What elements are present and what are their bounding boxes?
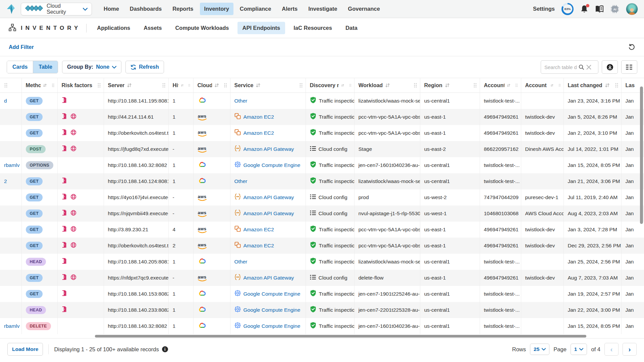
table-view-button[interactable]: Table <box>33 61 58 73</box>
drag-grip-icon[interactable] <box>4 83 8 88</box>
next-page-button[interactable]: › <box>623 343 637 356</box>
sort-icon[interactable] <box>214 83 219 88</box>
endpoint-link-cell[interactable] <box>0 270 21 286</box>
column-header-workload[interactable]: Workload <box>354 78 420 93</box>
user-avatar[interactable] <box>626 3 638 15</box>
nav-item-dashboards[interactable]: Dashboards <box>125 3 166 15</box>
drag-grip-icon[interactable] <box>349 83 352 88</box>
nav-item-governance[interactable]: Governance <box>343 3 384 15</box>
service-link[interactable]: Other <box>234 98 248 104</box>
column-header-hits[interactable]: Hits <box>168 78 193 93</box>
endpoint-link-cell[interactable] <box>0 125 21 141</box>
nav-item-alerts[interactable]: Alerts <box>277 3 302 15</box>
tab-assets[interactable]: Assets <box>139 22 167 34</box>
endpoint-link-cell[interactable]: d <box>0 93 21 109</box>
endpoint-link-cell[interactable] <box>0 222 21 238</box>
sort-icon[interactable] <box>181 83 184 88</box>
rows-per-page-select[interactable]: 25 <box>530 344 549 355</box>
tab-data[interactable]: Data <box>340 22 363 34</box>
info-icon[interactable]: i <box>162 346 168 352</box>
service-link[interactable]: Amazon EC2 <box>244 114 274 120</box>
nav-item-home[interactable]: Home <box>99 3 123 15</box>
column-header-risk-factors[interactable]: Risk factors <box>57 78 104 93</box>
drag-grip-icon[interactable] <box>224 83 227 88</box>
column-header-row-handle[interactable] <box>0 78 21 93</box>
tab-applications[interactable]: Applications <box>92 22 135 34</box>
service-link[interactable]: Google Compute Engine <box>244 291 301 297</box>
add-filter-button[interactable]: Add Filter <box>9 44 34 50</box>
notification-bell-icon[interactable] <box>580 5 588 13</box>
endpoint-link-cell[interactable] <box>0 254 21 270</box>
sort-icon[interactable] <box>507 83 511 88</box>
vertical-scrollbar-thumb[interactable] <box>640 86 643 224</box>
service-link[interactable]: Amazon EC2 <box>244 227 274 233</box>
column-header-region[interactable]: Region <box>420 78 480 93</box>
column-header-last-changed[interactable]: Last changed <box>564 78 621 93</box>
group-by-button[interactable]: Group By: None <box>62 61 121 73</box>
column-header-method[interactable]: Method <box>21 78 57 93</box>
endpoint-link-cell[interactable] <box>0 141 21 157</box>
endpoint-link-cell[interactable] <box>0 189 21 205</box>
column-settings-button[interactable] <box>621 60 637 74</box>
column-header-account-id[interactable]: Account ID <box>480 78 521 93</box>
sort-icon[interactable] <box>385 83 390 88</box>
sort-icon[interactable] <box>127 83 132 88</box>
endpoint-link[interactable]: d <box>4 98 7 104</box>
sort-icon[interactable] <box>445 83 450 88</box>
documentation-book-icon[interactable] <box>595 5 604 13</box>
endpoint-link-cell[interactable]: rbamlv <box>0 318 21 334</box>
endpoint-link-cell[interactable] <box>0 238 21 254</box>
drag-grip-icon[interactable] <box>558 83 561 88</box>
page-select[interactable]: 1 <box>571 344 587 355</box>
endpoint-link[interactable]: rbamlv <box>4 323 20 329</box>
endpoint-link-cell[interactable] <box>0 286 21 302</box>
reset-filters-icon[interactable] <box>628 44 635 51</box>
service-link[interactable]: Amazon EC2 <box>244 130 274 136</box>
sort-icon[interactable] <box>605 83 610 88</box>
endpoint-link-cell[interactable] <box>0 205 21 222</box>
drag-grip-icon[interactable] <box>299 83 303 88</box>
service-link[interactable]: Google Compute Engine <box>244 307 301 313</box>
nav-item-reports[interactable]: Reports <box>168 3 198 15</box>
sort-icon[interactable] <box>43 83 47 88</box>
app-switcher-dropdown[interactable]: Cloud Security <box>21 3 92 15</box>
service-link[interactable]: Amazon API Gateway <box>244 146 294 152</box>
nav-item-compliance[interactable]: Compliance <box>235 3 276 15</box>
download-button[interactable] <box>602 60 618 74</box>
drag-grip-icon[interactable] <box>188 83 190 88</box>
endpoint-link-cell[interactable]: rbamlv <box>0 157 21 173</box>
sort-icon[interactable] <box>341 83 344 88</box>
nav-item-investigate[interactable]: Investigate <box>304 3 341 15</box>
endpoint-link-cell[interactable]: 2 <box>0 173 21 189</box>
endpoint-link[interactable]: 2 <box>4 178 7 184</box>
drag-grip-icon[interactable] <box>52 83 55 88</box>
drag-grip-icon[interactable] <box>515 83 518 88</box>
endpoint-link-cell[interactable] <box>0 109 21 125</box>
column-header-server[interactable]: Server <box>104 78 168 93</box>
endpoint-link-cell[interactable] <box>0 302 21 318</box>
column-header-cloud[interactable]: Cloud <box>193 78 230 93</box>
settings-link[interactable]: Settings <box>533 6 555 12</box>
service-link[interactable]: Amazon API Gateway <box>244 210 294 217</box>
tab-api-endpoints[interactable]: API Endpoints <box>237 22 285 34</box>
drag-grip-icon[interactable] <box>473 83 477 88</box>
table-search-input[interactable] <box>544 64 577 70</box>
endpoint-link[interactable]: rbamlv <box>4 162 20 168</box>
refresh-button[interactable]: Refresh <box>125 61 164 73</box>
service-link[interactable]: Amazon API Gateway <box>244 194 294 200</box>
nav-item-inventory[interactable]: Inventory <box>200 3 233 15</box>
load-more-button[interactable]: Load More <box>7 343 43 356</box>
column-header-account-name[interactable]: Account name <box>521 78 564 93</box>
tab-iac-resources[interactable]: IaC Resources <box>288 22 337 34</box>
ai-assistant-chip-icon[interactable]: AI <box>610 5 619 13</box>
cards-view-button[interactable]: Cards <box>7 61 33 73</box>
drag-grip-icon[interactable] <box>162 83 166 88</box>
sort-icon[interactable] <box>256 83 261 88</box>
sort-icon[interactable] <box>550 83 553 88</box>
tab-compute-workloads[interactable]: Compute Workloads <box>170 22 234 34</box>
service-link[interactable]: Other <box>234 259 248 265</box>
usage-progress-ring[interactable]: 83% <box>561 3 574 15</box>
service-link[interactable]: Google Compute Engine <box>244 162 301 168</box>
service-link[interactable]: Amazon EC2 <box>244 243 274 249</box>
service-link[interactable]: Google Compute Engine <box>244 323 301 329</box>
